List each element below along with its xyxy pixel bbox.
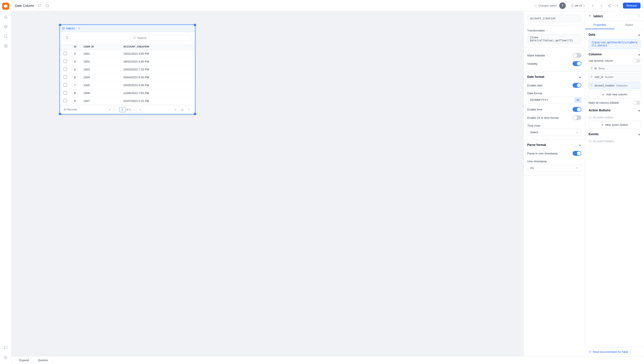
sidebar-icon-bookmark[interactable] — [2, 32, 10, 40]
resize-handle-tr[interactable] — [194, 24, 196, 26]
column-item[interactable]: ⠿ id String — [589, 65, 640, 72]
field-name-value: account_creation — [527, 15, 581, 22]
parse-unix-toggle[interactable] — [573, 151, 581, 156]
row-checkbox[interactable] — [64, 68, 67, 71]
cell-account-creation: 05/04/2023 9:30 PM — [120, 74, 195, 82]
back-button[interactable] — [589, 14, 592, 18]
enable-time-toggle[interactable] — [573, 107, 581, 112]
bottom-tab-queries[interactable]: Queries — [34, 356, 53, 364]
version-button[interactable]: ver v1 — [568, 3, 588, 8]
table-add-row-button[interactable] — [173, 107, 178, 112]
no-events-message: No event handlers — [589, 138, 640, 144]
cell-user-id: 1007 — [80, 97, 120, 105]
search-input[interactable] — [137, 36, 189, 40]
row-checkbox[interactable] — [64, 75, 67, 79]
parse-unix-label: Parse in unix timestamp — [527, 152, 558, 155]
row-checkbox[interactable] — [64, 60, 67, 63]
enable-24hr-row: Enable 24 hr time format — [527, 114, 581, 122]
tab-styles[interactable]: Styles — [615, 21, 644, 29]
make-editable-toggle[interactable] — [573, 53, 581, 58]
make-all-editable-toggle[interactable] — [632, 100, 640, 105]
release-button[interactable]: Release — [623, 2, 640, 8]
resize-handle-br[interactable] — [194, 113, 196, 115]
page-last-button[interactable]: » — [138, 107, 143, 112]
page-first-button[interactable]: « — [107, 107, 112, 112]
columns-section-collapse[interactable]: ▲ — [638, 53, 640, 56]
settings-icon-button[interactable] — [614, 2, 620, 9]
row-checkbox[interactable] — [64, 83, 67, 86]
events-section: Events ▲ No event handlers — [589, 132, 640, 144]
data-table: ID USER_ID ACCOUNT_CREATION 3 1001 15/01… — [60, 44, 195, 105]
th-checkbox — [60, 44, 71, 50]
comment-button[interactable] — [37, 2, 43, 9]
data-section: Data ▲ {{queries.getUserActivityDetails.… — [589, 33, 640, 49]
sidebar-icon-chat[interactable] — [2, 344, 10, 352]
drag-handle-icon: ⠿ — [590, 84, 593, 87]
unix-timestamp-value: ms — [530, 166, 534, 170]
svg-point-3 — [610, 4, 611, 5]
unix-timestamp-select[interactable]: ms — [527, 164, 581, 172]
columns-section: Columns ▲ Use dynamic column ⠿ id String… — [589, 52, 640, 105]
canvas[interactable]: TABLE1 — [12, 12, 524, 356]
column-item[interactable]: ⠿ user_id Number — [589, 73, 640, 80]
data-section-collapse[interactable]: ▲ — [638, 33, 640, 36]
table-delete-button[interactable] — [77, 26, 81, 30]
search-box[interactable] — [130, 35, 191, 41]
action-buttons-collapse[interactable]: ▲ — [638, 109, 640, 112]
bottom-tab-expand[interactable]: Expand — [15, 356, 34, 364]
new-action-button[interactable]: New action button — [589, 121, 640, 129]
column-items: ⠿ id String ⠿ user_id Number ⠿ account_c… — [589, 65, 640, 89]
row-checkbox[interactable] — [64, 52, 67, 55]
user-avatar[interactable]: T — [559, 2, 566, 9]
app-logo[interactable] — [2, 2, 9, 10]
data-section-header: Data ▲ — [589, 33, 640, 36]
read-docs-link[interactable]: Read documentation for Table → — [585, 348, 644, 356]
more-options-button[interactable] — [637, 14, 640, 18]
column-type: Number — [605, 76, 613, 78]
date-format-input[interactable] — [527, 96, 574, 103]
table-header-bar: TABLE1 — [60, 25, 195, 32]
table-settings-button[interactable] — [186, 107, 191, 112]
redo-button[interactable] — [597, 2, 604, 9]
parse-format-header[interactable]: Parse format ▲ — [527, 143, 581, 146]
add-new-column-button[interactable]: Add new column — [589, 90, 640, 98]
share-button[interactable] — [44, 2, 50, 9]
column-item[interactable]: ⠿ account_creation Datepicker — [589, 82, 640, 89]
timezone-select[interactable]: Select.. — [527, 128, 581, 136]
row-checkbox[interactable] — [64, 91, 67, 94]
dynamic-columns-row: Use dynamic column — [589, 58, 640, 63]
cell-account-creation: 12/06/2023 7:50 PM — [120, 89, 195, 97]
page-next-button[interactable]: › — [132, 107, 137, 112]
page-prev-button[interactable]: ‹ — [113, 107, 118, 112]
use-dynamic-toggle[interactable] — [632, 58, 640, 63]
resize-handle-bl[interactable] — [59, 113, 61, 115]
transformation-value[interactable]: {{new Date(cellValue).getTime()}} — [527, 34, 581, 44]
cell-id: 3 — [71, 50, 80, 58]
cell-account-creation: 20/05/2023 4:00 PM — [120, 82, 195, 89]
visibility-toggle[interactable] — [573, 61, 581, 66]
svg-point-5 — [610, 6, 611, 7]
row-checkbox[interactable] — [64, 99, 67, 102]
date-format-fx-button[interactable]: fx — [574, 97, 581, 102]
date-format-section: Date format ▲ Enable date Date format fx — [524, 72, 585, 140]
date-format-header[interactable]: Date format ▲ — [527, 75, 581, 78]
sidebar-icon-settings[interactable] — [2, 42, 10, 50]
page-input[interactable] — [119, 107, 125, 112]
field-name-section: account_creation — [524, 12, 585, 26]
resize-handle-tl[interactable] — [59, 24, 61, 26]
enable-date-toggle[interactable] — [573, 83, 581, 88]
sidebar-icon-home[interactable] — [2, 13, 10, 21]
undo-button[interactable] — [590, 2, 597, 9]
enable-24hr-toggle[interactable] — [573, 115, 581, 120]
tab-properties[interactable]: Properties — [585, 21, 615, 29]
sidebar-icon-moon[interactable] — [2, 354, 10, 362]
events-collapse[interactable]: ▲ — [638, 132, 640, 136]
data-section-title: Data — [589, 33, 595, 36]
share-icon-button[interactable] — [606, 2, 612, 9]
topbar: Date Column Changes saved T ver v1 — [12, 0, 644, 12]
sidebar-icon-layers[interactable] — [2, 23, 10, 30]
data-binding-value[interactable]: {{queries.getUserActivityDetails.data}} — [589, 39, 640, 49]
table-row: 6 1004 05/04/2023 9:30 PM — [60, 74, 195, 82]
table-download-button[interactable] — [180, 107, 185, 112]
filter-button[interactable] — [64, 34, 71, 41]
